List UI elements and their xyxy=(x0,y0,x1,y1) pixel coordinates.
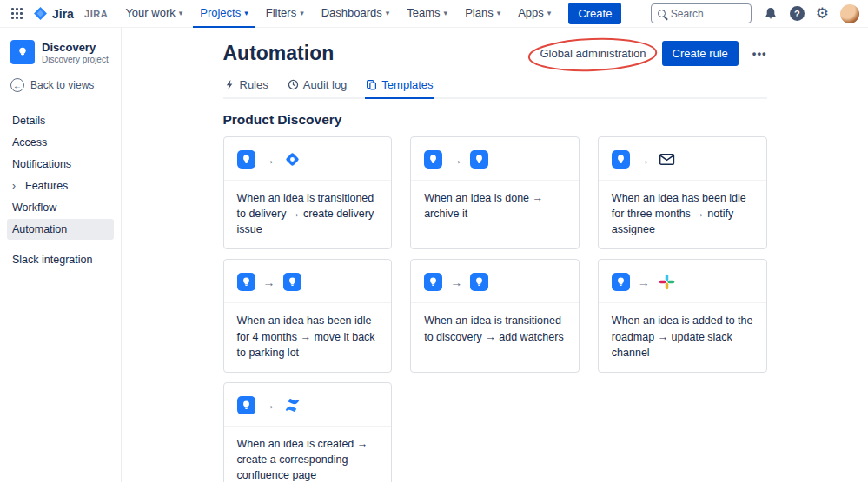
idea-icon xyxy=(612,273,630,291)
sidebar-item-automation[interactable]: Automation xyxy=(7,219,114,240)
mail-icon xyxy=(658,150,676,169)
template-card[interactable]: → When an idea is added to the roadmap →… xyxy=(598,259,767,372)
template-card-text: When an idea is transitioned to delivery… xyxy=(224,181,392,248)
app-switcher-icon[interactable] xyxy=(7,4,26,23)
sidebar-item-access[interactable]: Access xyxy=(7,132,114,153)
delivery-icon xyxy=(283,150,301,169)
template-card[interactable]: → When an idea is transitioned to delive… xyxy=(223,136,393,249)
top-navbar: Jira JIRA Your work▾ Projects▾ Filters▾ … xyxy=(0,0,868,28)
idea-icon xyxy=(237,150,255,169)
confluence-icon xyxy=(283,396,301,414)
page-title: Automation xyxy=(223,42,335,65)
jira-wordmark: Jira xyxy=(52,7,74,21)
arrow-right-icon: → xyxy=(263,275,275,289)
nav-item-your-work[interactable]: Your work▾ xyxy=(118,0,189,28)
jira-mark-icon xyxy=(33,6,48,21)
search-box[interactable] xyxy=(651,3,752,23)
templates-icon xyxy=(366,79,377,90)
idea-icon xyxy=(470,273,488,291)
site-label: JIRA xyxy=(84,9,108,19)
idea-icon xyxy=(612,150,630,169)
card-icon-row: → xyxy=(411,137,579,181)
template-card-text: When an idea is transitioned to discover… xyxy=(411,303,579,355)
chevron-down-icon: ▾ xyxy=(386,9,390,17)
lightning-icon xyxy=(224,79,235,90)
template-card-text: When an idea has been idle for 4 months … xyxy=(224,303,392,371)
arrow-right-icon: → xyxy=(450,153,462,167)
notifications-bell-icon[interactable] xyxy=(763,6,779,22)
create-button[interactable]: Create xyxy=(568,3,621,24)
settings-gear-icon[interactable]: ⚙ xyxy=(816,6,829,21)
tab-templates[interactable]: Templates xyxy=(365,78,434,99)
chevron-down-icon: ▾ xyxy=(547,9,552,17)
card-icon-row: → xyxy=(224,137,392,181)
back-arrow-icon: ← xyxy=(10,78,24,92)
sidebar-item-details[interactable]: Details xyxy=(7,110,114,131)
project-header[interactable]: Discovery Discovery project xyxy=(7,40,114,64)
sidebar-item-workflow[interactable]: Workflow xyxy=(7,197,114,218)
tab-bar: Rules Audit log Templates xyxy=(223,78,767,99)
nav-item-apps[interactable]: Apps▾ xyxy=(511,0,558,28)
card-icon-row: → xyxy=(224,383,392,427)
template-card[interactable]: → When an idea has been idle for 4 month… xyxy=(223,259,393,372)
search-input[interactable] xyxy=(671,8,740,20)
slack-icon xyxy=(658,273,676,291)
chevron-down-icon: ▾ xyxy=(244,9,248,17)
create-rule-button[interactable]: Create rule xyxy=(662,41,739,66)
idea-icon xyxy=(424,150,442,169)
project-name: Discovery xyxy=(42,41,109,54)
chevron-down-icon: ▾ xyxy=(497,9,501,17)
idea-icon xyxy=(470,150,488,169)
jira-logo[interactable]: Jira xyxy=(30,6,77,21)
idea-icon xyxy=(237,273,255,291)
sidebar-item-features[interactable]: › Features xyxy=(7,175,114,196)
card-icon-row: → xyxy=(599,260,766,303)
template-card[interactable]: → When an idea is created → create a cor… xyxy=(223,382,393,482)
project-avatar-icon xyxy=(10,40,35,64)
tab-audit-log[interactable]: Audit log xyxy=(287,78,348,99)
chevron-down-icon: ▾ xyxy=(300,9,304,17)
tab-rules[interactable]: Rules xyxy=(223,78,269,99)
chevron-right-icon: › xyxy=(12,180,23,192)
card-icon-row: → xyxy=(599,137,766,181)
card-icon-row: → xyxy=(224,260,392,303)
help-icon[interactable]: ? xyxy=(790,6,805,21)
arrow-right-icon: → xyxy=(263,153,275,167)
chevron-down-icon: ▾ xyxy=(179,9,183,17)
sidebar-item-notifications[interactable]: Notifications xyxy=(7,154,114,175)
user-avatar[interactable] xyxy=(840,4,859,23)
template-card[interactable]: → When an idea is done → archive it xyxy=(410,136,580,249)
arrow-right-icon: → xyxy=(638,153,650,167)
grid-icon xyxy=(11,8,23,19)
project-type: Discovery project xyxy=(42,55,109,64)
template-card-text: When an idea is created → create a corre… xyxy=(224,427,392,482)
template-card-text: When an idea is done → archive it xyxy=(411,181,579,233)
idea-icon xyxy=(283,273,301,291)
template-grid: → When an idea is transitioned to delive… xyxy=(223,136,767,482)
more-options-button[interactable]: ••• xyxy=(752,47,767,60)
idea-icon xyxy=(237,396,255,414)
nav-item-plans[interactable]: Plans▾ xyxy=(458,0,507,28)
main-content: Automation Global administration Create … xyxy=(122,28,868,482)
clock-icon xyxy=(288,79,299,90)
nav-item-dashboards[interactable]: Dashboards▾ xyxy=(315,0,397,28)
global-administration-link[interactable]: Global administration xyxy=(538,43,647,63)
bell-icon xyxy=(763,6,779,22)
template-card[interactable]: → When an idea is transitioned to discov… xyxy=(410,259,580,372)
section-title: Product Discovery xyxy=(223,112,767,128)
idea-icon xyxy=(424,273,442,291)
template-card[interactable]: → When an idea has been idle for three m… xyxy=(598,136,767,249)
card-icon-row: → xyxy=(411,260,579,303)
sidebar-item-slack-integration[interactable]: Slack integration xyxy=(7,249,114,270)
nav-item-filters[interactable]: Filters▾ xyxy=(259,0,311,28)
back-to-views-link[interactable]: ← Back to views xyxy=(10,78,110,92)
search-icon xyxy=(658,10,666,17)
sidebar: Discovery Discovery project ← Back to vi… xyxy=(0,28,122,482)
sidebar-divider xyxy=(7,103,114,103)
arrow-right-icon: → xyxy=(638,275,650,289)
nav-item-projects[interactable]: Projects▾ xyxy=(193,0,255,28)
nav-item-teams[interactable]: Teams▾ xyxy=(400,0,454,28)
template-card-text: When an idea has been idle for three mon… xyxy=(599,181,766,248)
arrow-right-icon: → xyxy=(450,275,462,289)
arrow-right-icon: → xyxy=(263,398,275,412)
